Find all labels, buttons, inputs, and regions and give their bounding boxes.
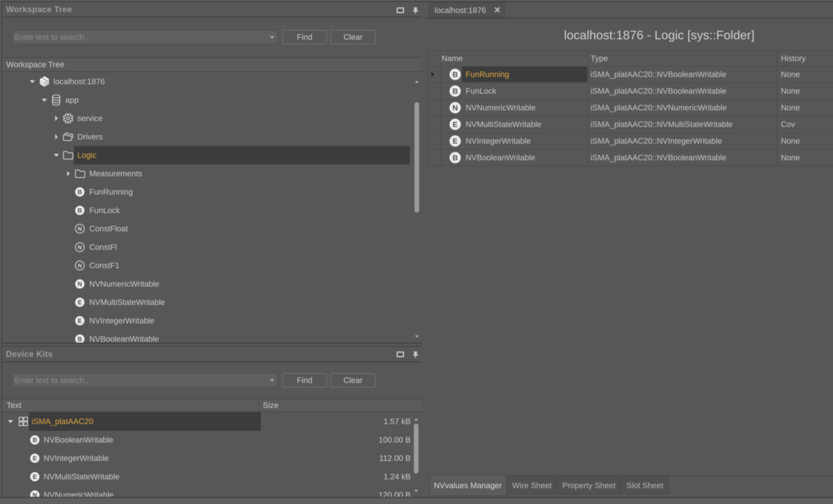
svg-text:N: N <box>78 244 82 250</box>
svg-text:E: E <box>453 137 458 145</box>
svg-text:B: B <box>78 188 82 195</box>
svg-text:E: E <box>78 299 82 306</box>
svg-text:B: B <box>452 87 458 95</box>
svg-text:N: N <box>78 280 82 287</box>
svg-text:N: N <box>33 492 37 497</box>
svg-text:B: B <box>78 207 82 214</box>
svg-text:B: B <box>452 154 458 162</box>
svg-text:E: E <box>453 120 458 128</box>
svg-text:N: N <box>78 226 82 232</box>
svg-text:E: E <box>33 473 37 480</box>
svg-text:E: E <box>33 455 37 462</box>
svg-text:B: B <box>33 436 37 444</box>
svg-text:N: N <box>452 104 458 112</box>
svg-text:E: E <box>78 317 82 324</box>
svg-text:B: B <box>78 335 82 343</box>
svg-text:N: N <box>78 262 82 269</box>
svg-text:B: B <box>452 70 458 79</box>
